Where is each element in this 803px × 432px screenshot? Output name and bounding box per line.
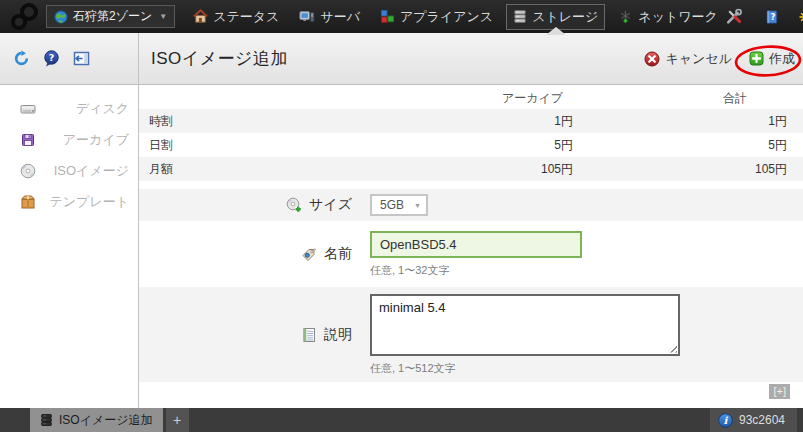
note-icon xyxy=(301,327,317,343)
description-textarea[interactable]: minimal 5.4 xyxy=(370,294,680,356)
pricing-header-row: アーカイブ 合計 xyxy=(139,88,803,109)
cd-icon xyxy=(20,163,36,179)
nav-item-appliance[interactable]: アプライアンス xyxy=(373,4,500,30)
disk-icon xyxy=(20,101,36,117)
app-window: 石狩第2ゾーン ▼ ステータス xyxy=(0,0,803,432)
iso-form: サイズ 5GB ▼ xyxy=(139,189,803,382)
name-label: 名前 xyxy=(324,245,352,263)
zone-label: 石狩第2ゾーン xyxy=(73,8,152,25)
top-nav-bar: 石狩第2ゾーン ▼ ステータス xyxy=(0,0,803,33)
header-actions: キャンセル 作成 xyxy=(644,50,795,68)
floppy-icon xyxy=(20,132,36,148)
sidebar-item-disk[interactable]: ディスク xyxy=(0,93,138,124)
sidebar-divider xyxy=(138,33,139,408)
info-icon: i xyxy=(718,413,733,428)
form-row-description: 説明 minimal 5.4 任意, 1〜512文字 xyxy=(139,287,803,382)
zone-selector[interactable]: 石狩第2ゾーン ▼ xyxy=(46,5,175,28)
sidebar-item-label: アーカイブ xyxy=(63,131,129,149)
svg-text:?: ? xyxy=(770,12,775,22)
chevron-down-icon: ▼ xyxy=(159,12,167,21)
create-button[interactable]: 作成 xyxy=(749,50,795,68)
bottom-bar: ISOイメージ追加 + i 93c2604 xyxy=(0,408,803,432)
bottom-tab-label: ISOイメージ追加 xyxy=(59,412,153,429)
nav-item-status[interactable]: ステータス xyxy=(186,4,286,30)
selected-tab-pointer xyxy=(546,27,566,35)
form-row-name: 名前 任意, 1〜32文字 xyxy=(139,221,803,287)
sidebar-item-archive[interactable]: アーカイブ xyxy=(0,124,138,155)
nav-item-network[interactable]: ネットワーク xyxy=(611,4,725,30)
cancel-button[interactable]: キャンセル xyxy=(644,50,732,68)
page-title: ISOイメージ追加 xyxy=(151,47,288,70)
name-input[interactable] xyxy=(370,231,582,258)
appliance-icon xyxy=(380,9,395,24)
sidebar-item-label: ディスク xyxy=(76,100,129,118)
cd-plus-icon xyxy=(286,197,302,213)
sparkle-icon[interactable] xyxy=(799,11,803,23)
form-row-size: サイズ 5GB ▼ xyxy=(139,189,803,221)
chevron-down-icon: ▼ xyxy=(414,202,421,209)
svg-text:?: ? xyxy=(49,52,55,63)
sidebar-item-iso-image[interactable]: ISOイメージ xyxy=(0,155,138,186)
nav-label: ステータス xyxy=(213,8,279,26)
refresh-icon[interactable] xyxy=(13,50,30,67)
server-icon xyxy=(299,9,315,24)
expand-button[interactable]: [+] xyxy=(769,384,790,399)
manual-help-icon[interactable]: ? xyxy=(764,9,780,25)
sakura-logo-icon xyxy=(5,2,43,32)
name-label-group: 名前 xyxy=(139,245,352,263)
pricing-row-monthly: 月額 105円 105円 xyxy=(139,157,803,181)
box-icon xyxy=(20,194,36,210)
size-label-group: サイズ xyxy=(139,196,352,214)
pricing-row-daily: 日割 5円 5円 xyxy=(139,133,803,157)
build-id: 93c2604 xyxy=(739,413,785,427)
cancel-label: キャンセル xyxy=(665,50,732,68)
nav-label: ネットワーク xyxy=(638,8,718,26)
sidebar: ディスク アーカイブ ISOイメ xyxy=(0,86,138,408)
nav-label: サーバ xyxy=(320,8,360,26)
build-id-badge[interactable]: i 93c2604 xyxy=(710,408,797,432)
tools-icon[interactable] xyxy=(725,8,743,25)
tag-icon xyxy=(301,246,317,262)
sidebar-item-label: ISOイメージ xyxy=(54,162,129,180)
page-header: ISOイメージ追加 キャンセル xyxy=(139,33,803,84)
pricing-column-total: 合計 xyxy=(589,88,803,109)
storage-icon xyxy=(513,9,527,24)
storage-tab-icon xyxy=(40,413,53,427)
help-icon[interactable]: ? xyxy=(43,50,60,67)
description-label-group: 説明 xyxy=(139,326,352,344)
nav-label: ストレージ xyxy=(532,8,598,26)
home-icon xyxy=(193,9,208,24)
new-tab-button[interactable]: + xyxy=(166,408,189,432)
nav-item-server[interactable]: サーバ xyxy=(292,4,367,30)
cancel-icon xyxy=(644,51,660,67)
globe-icon xyxy=(54,10,68,24)
nav-item-storage[interactable]: ストレージ xyxy=(506,4,605,30)
nav-label: アプライアンス xyxy=(400,8,493,26)
collapse-panel-icon[interactable] xyxy=(73,50,90,67)
pricing-table: アーカイブ 合計 時割 1円 1円 日割 5円 5円 月額 105円 xyxy=(139,88,803,181)
description-hint: 任意, 1〜512文字 xyxy=(370,361,680,376)
bottom-tab-iso-add[interactable]: ISOイメージ追加 xyxy=(30,408,163,432)
sidebar-item-template[interactable]: テンプレート xyxy=(0,186,138,217)
name-hint: 任意, 1〜32文字 xyxy=(370,263,582,278)
topbar-right-cluster: ? アカウント xyxy=(725,4,803,29)
size-value: 5GB xyxy=(380,198,404,212)
header-strip: ? ISOイメージ追加 xyxy=(0,33,803,85)
description-label: 説明 xyxy=(324,326,352,344)
create-plus-icon xyxy=(749,51,764,66)
pricing-column-archive: アーカイブ xyxy=(429,88,589,109)
main-menu: ステータス サーバ xyxy=(186,4,725,30)
pricing-row-hourly: 時割 1円 1円 xyxy=(139,109,803,133)
main-content: アーカイブ 合計 時割 1円 1円 日割 5円 5円 月額 105円 xyxy=(139,86,803,408)
sidebar-item-label: テンプレート xyxy=(49,193,129,211)
size-select[interactable]: 5GB ▼ xyxy=(370,194,428,216)
network-icon xyxy=(618,9,633,24)
create-label: 作成 xyxy=(769,50,795,68)
size-label: サイズ xyxy=(309,196,352,214)
sidebar-toolbar: ? xyxy=(0,33,139,84)
